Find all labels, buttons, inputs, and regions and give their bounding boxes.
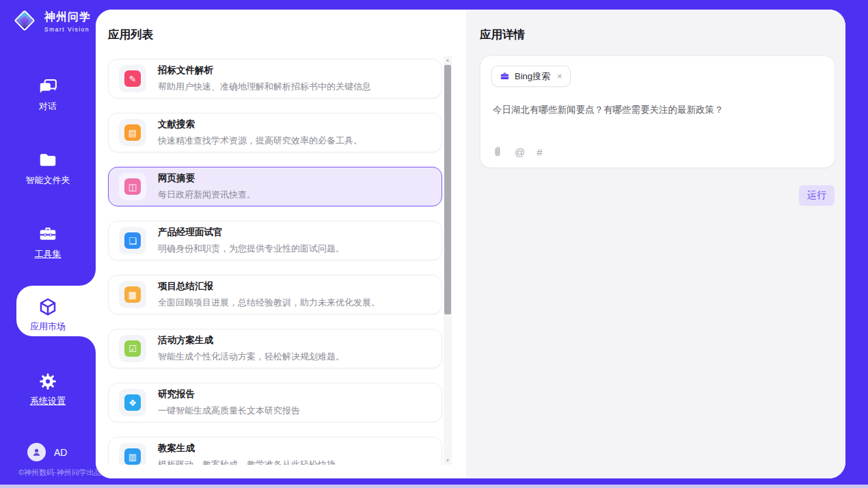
sidebar-item-smart-folder[interactable]: 智能文件夹: [0, 150, 96, 187]
microscope-icon: ❖: [124, 394, 141, 411]
brand-name: 神州问学: [44, 10, 91, 25]
sidebar-item-label: 系统设置: [0, 395, 96, 407]
app-card-lesson-plan[interactable]: ▥ 教案生成 模板驱动，教案秒成，教学准备从此轻松快捷: [108, 437, 442, 465]
toolbox-icon: [38, 224, 58, 245]
app-card-title: 产品经理面试官: [158, 226, 344, 239]
note-icon: ▦: [124, 286, 141, 303]
app-card-project-summary[interactable]: ▦ 项目总结汇报 全面回顾项目进展，总结经验教训，助力未来优化发展。: [108, 275, 442, 314]
bottom-edge-strip: [0, 485, 868, 488]
app-card-title: 研究报告: [158, 388, 300, 401]
run-button[interactable]: 运行: [799, 185, 835, 206]
app-icon-frame: ◫: [119, 173, 146, 200]
app-card-desc: 智能生成个性化活动方案，轻松解决规划难题。: [158, 351, 344, 363]
sidebar-item-toolset[interactable]: 工具集: [0, 224, 96, 260]
person-icon: [31, 446, 42, 458]
close-icon[interactable]: ×: [557, 71, 562, 81]
app-card-research-report[interactable]: ❖ 研究报告 一键智能生成高质量长文本研究报告: [108, 383, 442, 422]
app-card-desc: 帮助用户快速、准确地理解和解析招标书中的关键信息: [158, 81, 371, 93]
app-icon-frame: ☑: [119, 335, 146, 362]
app-icon-frame: ▦: [119, 281, 146, 308]
app-card-web-summary[interactable]: ◫ 网页摘要 每日政府新闻资讯快查。: [108, 167, 442, 206]
sidebar-item-label: 应用市场: [0, 321, 96, 333]
clipboard-check-icon: ☑: [124, 340, 141, 357]
logo-diamond-icon: [12, 8, 38, 34]
scroll-up-icon[interactable]: ▲: [444, 56, 452, 64]
app-card-desc: 明确身份和职责，为您提供专业性的面试问题。: [158, 243, 344, 255]
app-icon-frame: ▤: [119, 119, 146, 146]
bubble-curve-bottom: [79, 336, 96, 353]
app-card-event-plan[interactable]: ☑ 活动方案生成 智能生成个性化活动方案，轻松解决规划难题。: [108, 329, 442, 368]
app-icon-frame: ▥: [119, 443, 146, 465]
app-list-panel: 应用列表 ✎ 招标文件解析 帮助用户快速、准确地理解和解析招标书中的关键信息 ▤…: [96, 10, 466, 478]
app-card-title: 活动方案生成: [158, 334, 344, 347]
app-icon-frame: ✎: [119, 65, 146, 92]
app-icon-frame: ❏: [119, 227, 146, 254]
sidebar-item-label: 对话: [0, 100, 96, 113]
user-account[interactable]: AD: [27, 443, 67, 461]
chat-icon: [38, 77, 58, 97]
tool-tag-bing-search[interactable]: Bing搜索 ×: [491, 66, 571, 87]
gear-icon: [38, 371, 58, 392]
scroll-down-icon[interactable]: ▼: [444, 457, 452, 465]
app-detail-panel: 应用详情 Bing搜索 × 今日湖北有哪些新闻要点？有哪些需要关注的最新政策？: [466, 10, 845, 478]
pen-square-icon: ✎: [124, 70, 141, 87]
sidebar-item-label: 智能文件夹: [0, 174, 96, 187]
app-card-title: 招标文件解析: [158, 64, 371, 77]
paperclip-icon[interactable]: [492, 146, 503, 158]
app-card-desc: 每日政府新闻资讯快查。: [158, 189, 256, 201]
cube-icon: [38, 297, 58, 317]
avatar: [27, 443, 46, 461]
prompt-card: Bing搜索 × 今日湖北有哪些新闻要点？有哪些需要关注的最新政策？ @ #: [480, 55, 835, 168]
browser-code-icon: ◫: [124, 178, 141, 195]
book-icon: ▤: [124, 124, 141, 141]
sidebar-item-app-market[interactable]: 应用市场: [0, 297, 96, 333]
app-card-desc: 模板驱动，教案秒成，教学准备从此轻松快捷: [158, 459, 336, 465]
sidebar-item-settings[interactable]: 系统设置: [0, 371, 96, 407]
at-icon[interactable]: @: [515, 147, 525, 157]
sidebar-item-label: 工具集: [0, 248, 96, 260]
app-card-title: 文献搜索: [158, 118, 362, 131]
app-icon-frame: ❖: [119, 389, 146, 416]
hash-icon[interactable]: #: [537, 147, 542, 157]
folder-icon: [38, 150, 58, 171]
app-list: ✎ 招标文件解析 帮助用户快速、准确地理解和解析招标书中的关键信息 ▤ 文献搜索…: [108, 59, 442, 465]
app-list-title: 应用列表: [108, 27, 153, 42]
app-card-pm-interviewer[interactable]: ❏ 产品经理面试官 明确身份和职责，为您提供专业性的面试问题。: [108, 221, 442, 260]
app-card-title: 项目总结汇报: [158, 280, 380, 293]
app-card-bid-analysis[interactable]: ✎ 招标文件解析 帮助用户快速、准确地理解和解析招标书中的关键信息: [108, 59, 442, 98]
bubble-curve-top: [79, 269, 96, 286]
app-card-desc: 快速精准查找学术资源，提高研究效率的必备工具。: [158, 135, 362, 147]
document-icon: ❏: [124, 232, 141, 249]
main-content: 应用列表 ✎ 招标文件解析 帮助用户快速、准确地理解和解析招标书中的关键信息 ▤…: [96, 10, 845, 478]
app-card-desc: 一键智能生成高质量长文本研究报告: [158, 405, 300, 417]
app-detail-title: 应用详情: [480, 27, 525, 42]
brand-subtitle: Smart Vision: [44, 26, 91, 33]
sidebar: 神州问学 Smart Vision 对话 智能文件夹 工具: [0, 0, 96, 485]
app-card-title: 网页摘要: [158, 172, 256, 185]
app-card-literature-search[interactable]: ▤ 文献搜索 快速精准查找学术资源，提高研究效率的必备工具。: [108, 113, 442, 152]
app-list-scrollbar[interactable]: ▲ ▼: [444, 56, 452, 465]
app-card-desc: 全面回顾项目进展，总结经验教训，助力未来优化发展。: [158, 297, 380, 309]
sidebar-item-chat[interactable]: 对话: [0, 77, 96, 113]
app-card-title: 教案生成: [158, 442, 336, 455]
briefcase-icon: [500, 71, 510, 81]
copyright-footer: ©神州数码·神州问学出品: [18, 467, 102, 478]
scrollbar-thumb[interactable]: [444, 65, 451, 314]
tool-tag-label: Bing搜索: [515, 70, 550, 83]
app-logo: 神州问学 Smart Vision: [12, 8, 91, 34]
attachment-toolbar: @ #: [492, 146, 543, 158]
books-icon: ▥: [124, 448, 141, 465]
prompt-input[interactable]: 今日湖北有哪些新闻要点？有哪些需要关注的最新政策？: [493, 103, 821, 117]
user-name: AD: [54, 447, 67, 458]
